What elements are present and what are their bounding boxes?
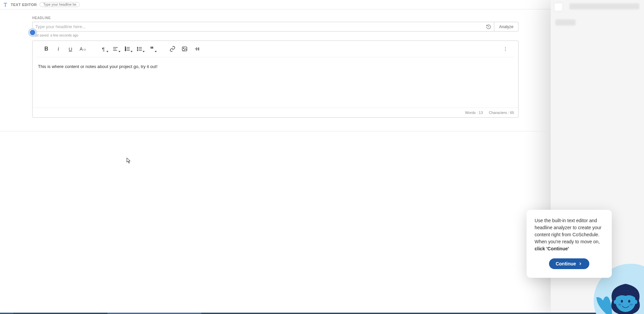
link-button[interactable] bbox=[167, 44, 178, 54]
clear-format-button[interactable]: A⦵ bbox=[77, 44, 88, 54]
svg-text:3: 3 bbox=[125, 49, 126, 51]
rich-text-toolbar: B i U A⦵ ¶ 123 bbox=[37, 41, 514, 57]
svg-point-32 bbox=[630, 304, 633, 306]
ordered-list-button[interactable]: 123 bbox=[122, 44, 133, 54]
taskbar bbox=[0, 313, 644, 314]
close-icon[interactable] bbox=[554, 3, 563, 11]
headline-label: HEADLINE bbox=[32, 16, 518, 20]
char-count: Characters : 65 bbox=[489, 111, 514, 115]
editor-body[interactable]: This is where content or notes about you… bbox=[33, 57, 518, 108]
onboarding-callout: Use the built-in text editor and headlin… bbox=[527, 210, 612, 278]
svg-point-11 bbox=[137, 49, 138, 49]
svg-point-13 bbox=[137, 50, 138, 51]
rich-text-editor: B i U A⦵ ¶ 123 bbox=[32, 41, 518, 118]
svg-point-34 bbox=[635, 300, 637, 304]
brand-label: TEXT EDITOR bbox=[11, 3, 37, 7]
editor-footer: Words : 13 Characters : 65 bbox=[33, 108, 518, 117]
bold-button[interactable]: B bbox=[41, 44, 52, 54]
headline-row: Analyze bbox=[32, 22, 518, 32]
insert-more-button[interactable] bbox=[191, 44, 202, 54]
top-bar: TEXT EDITOR bbox=[0, 0, 644, 9]
text-editor-icon bbox=[3, 2, 8, 7]
last-saved: Last saved: a few seconds ago bbox=[32, 34, 518, 37]
svg-point-20 bbox=[198, 49, 199, 49]
onboarding-highlight bbox=[28, 28, 37, 37]
main-content: HEADLINE Analyze Last saved: a few secon… bbox=[0, 9, 551, 314]
svg-point-24 bbox=[505, 50, 506, 51]
svg-point-16 bbox=[183, 48, 184, 49]
paragraph-button[interactable]: ¶ bbox=[98, 44, 109, 54]
svg-point-23 bbox=[505, 49, 506, 49]
quote-button[interactable]: ❝ bbox=[146, 44, 157, 54]
unordered-list-button[interactable] bbox=[134, 44, 145, 54]
align-button[interactable] bbox=[110, 44, 121, 54]
svg-point-22 bbox=[505, 47, 506, 48]
side-panel-placeholder bbox=[569, 3, 639, 9]
svg-point-33 bbox=[614, 300, 616, 304]
underline-button[interactable]: U bbox=[65, 44, 76, 54]
mini-headline-input[interactable] bbox=[40, 2, 80, 7]
continue-button[interactable]: Continue bbox=[549, 258, 590, 269]
svg-point-9 bbox=[137, 47, 138, 48]
chevron-right-icon bbox=[578, 261, 583, 266]
image-button[interactable] bbox=[179, 44, 190, 54]
svg-point-31 bbox=[618, 304, 622, 306]
italic-button[interactable]: i bbox=[53, 44, 64, 54]
word-count: Words : 13 bbox=[465, 111, 483, 115]
svg-point-30 bbox=[628, 300, 630, 303]
side-panel-placeholder bbox=[555, 19, 576, 25]
svg-point-19 bbox=[198, 48, 199, 48]
headline-input[interactable] bbox=[32, 22, 494, 32]
svg-point-21 bbox=[198, 50, 199, 50]
toolbar-more-button[interactable] bbox=[501, 44, 510, 54]
svg-point-29 bbox=[621, 300, 623, 303]
callout-text: Use the built-in text editor and headlin… bbox=[535, 217, 604, 252]
analyze-button[interactable]: Analyze bbox=[494, 22, 518, 32]
